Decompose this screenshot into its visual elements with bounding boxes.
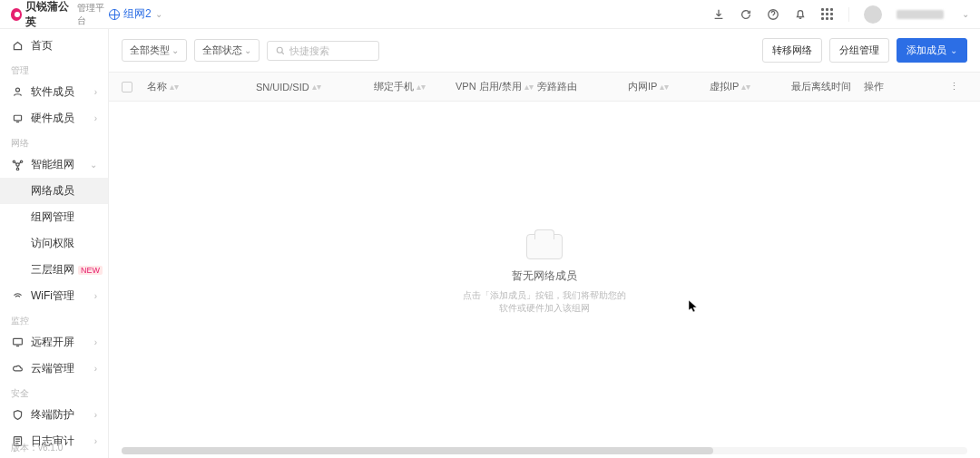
brand-sub: 管理平台 (77, 2, 109, 27)
col-settings[interactable]: ⋮ (949, 81, 967, 93)
filter-status-select[interactable]: 全部状态 ⌄ (194, 39, 260, 62)
col-op: 操作 (864, 80, 949, 93)
network-selector[interactable]: 组网2 ⌄ (109, 6, 162, 22)
empty-icon (526, 234, 563, 259)
wifi-icon (11, 290, 24, 303)
search-input[interactable] (289, 45, 371, 56)
main: 全部类型 ⌄ 全部状态 ⌄ 转移网络 分组管理 添加成员 ⌄ 名称▴▾ SN/U… (109, 29, 980, 458)
svg-point-11 (277, 47, 282, 53)
sidebar-label: 软件成员 (31, 84, 74, 100)
chevron-down-icon: ⌄ (90, 160, 97, 170)
sidebar-item-hardware-member[interactable]: 硬件成员 › (0, 105, 108, 132)
shield-icon (11, 409, 24, 422)
empty-title: 暂无网络成员 (512, 268, 577, 284)
col-bypass: 旁路路由 (537, 80, 628, 93)
sort-icon: ▴▾ (170, 83, 179, 91)
empty-state: 暂无网络成员 点击「添加成员」按钮，我们将帮助您的 软件或硬件加入该组网 (109, 102, 980, 447)
device-icon (11, 112, 24, 125)
svg-rect-2 (14, 115, 21, 121)
topbar-actions: ⌄ (712, 5, 969, 24)
avatar[interactable] (864, 5, 882, 24)
chevron-right-icon: › (94, 410, 97, 420)
chevron-down-icon: ⌄ (244, 45, 251, 55)
search-box[interactable] (267, 41, 379, 61)
refresh-icon[interactable] (740, 8, 752, 21)
add-member-button[interactable]: 添加成员 ⌄ (897, 38, 967, 63)
topbar: 贝锐蒲公英 管理平台 组网2 ⌄ ⌄ (0, 0, 980, 29)
sidebar-label: 首页 (31, 38, 53, 54)
sidebar-item-endpoint[interactable]: 终端防护 › (0, 402, 108, 428)
screen-icon (11, 336, 24, 349)
col-sn[interactable]: SN/UID/SID▴▾ (256, 82, 374, 93)
sidebar-item-remote[interactable]: 远程开屏 › (0, 329, 108, 356)
download-icon[interactable] (712, 8, 725, 21)
col-name[interactable]: 名称▴▾ (147, 80, 256, 93)
brand-logo-icon (11, 8, 22, 21)
sidebar-label: 硬件成员 (31, 111, 74, 126)
sidebar-sub-net-member[interactable]: 网络成员 (0, 178, 108, 204)
sidebar-label: 智能组网 (31, 157, 74, 172)
sidebar-label: 远程开屏 (31, 335, 74, 350)
bell-icon[interactable] (794, 8, 807, 21)
chevron-right-icon: › (94, 436, 97, 446)
col-vpn[interactable]: VPN 启用/禁用▴▾ (456, 80, 537, 93)
search-icon (275, 45, 286, 56)
col-checkbox[interactable] (122, 82, 147, 93)
user-label[interactable] (897, 10, 944, 19)
toolbar: 全部类型 ⌄ 全部状态 ⌄ 转移网络 分组管理 添加成员 ⌄ (109, 29, 980, 72)
sidebar-label: 终端防护 (31, 407, 74, 423)
col-time: 最后离线时间 (791, 80, 864, 93)
sidebar-item-smart-net[interactable]: 智能组网 ⌄ (0, 151, 108, 178)
apps-grid-icon[interactable] (821, 8, 834, 21)
chevron-down-icon: ⌄ (950, 45, 957, 55)
sort-icon: ▴▾ (660, 83, 669, 91)
divider (848, 7, 849, 22)
group-manage-button[interactable]: 分组管理 (829, 38, 889, 63)
sidebar-label: 云端管理 (31, 361, 74, 376)
globe-icon (109, 9, 120, 20)
help-icon[interactable] (767, 8, 779, 21)
sort-icon: ▴▾ (524, 83, 534, 91)
sidebar-item-wifi[interactable]: WiFi管理 › (0, 283, 108, 309)
chevron-right-icon: › (94, 364, 97, 374)
sort-icon: ▴▾ (416, 83, 426, 91)
svg-rect-7 (13, 338, 22, 345)
sidebar-label: WiFi管理 (31, 288, 74, 304)
chevron-down-icon: ⌄ (155, 9, 162, 19)
chevron-right-icon: › (94, 87, 97, 97)
home-icon (11, 40, 24, 53)
migrate-button[interactable]: 转移网络 (762, 38, 822, 63)
sidebar-sub-level3[interactable]: 三层组网 NEW (0, 257, 108, 283)
brand-name: 贝锐蒲公英 (25, 0, 74, 30)
sidebar-item-home[interactable]: 首页 (0, 33, 108, 59)
network-icon (11, 159, 24, 171)
sort-icon: ▴▾ (312, 83, 321, 91)
table-header: 名称▴▾ SN/UID/SID▴▾ 绑定手机▴▾ VPN 启用/禁用▴▾ 旁路路… (109, 72, 980, 102)
sidebar-group: 系统 (0, 454, 108, 458)
sidebar-group: 网络 (0, 132, 108, 151)
sidebar-sub-access[interactable]: 访问权限 (0, 230, 108, 257)
svg-point-6 (16, 168, 18, 170)
checkbox-icon[interactable] (122, 82, 132, 93)
filter-type-select[interactable]: 全部类型 ⌄ (122, 39, 187, 62)
chevron-right-icon: › (94, 291, 97, 301)
brand: 贝锐蒲公英 管理平台 (11, 0, 109, 30)
horizontal-scrollbar[interactable] (122, 447, 967, 454)
sidebar-group: 安全 (0, 382, 108, 402)
new-badge: NEW (78, 266, 103, 275)
sort-icon: ▴▾ (741, 83, 750, 91)
sidebar-item-cloud[interactable]: 云端管理 › (0, 356, 108, 382)
chevron-down-icon: ⌄ (962, 9, 969, 19)
sidebar-item-software-member[interactable]: 软件成员 › (0, 79, 108, 105)
sidebar-group: 监控 (0, 309, 108, 329)
user-icon (11, 86, 24, 99)
col-virtual[interactable]: 虚拟IP▴▾ (710, 80, 791, 93)
network-selector-label: 组网2 (123, 6, 152, 22)
sidebar-group: 管理 (0, 59, 108, 79)
sidebar: 首页 管理 软件成员 › 硬件成员 › 网络 智能组网 ⌄ 网络成员 组网管理 … (0, 29, 109, 458)
col-phone[interactable]: 绑定手机▴▾ (374, 80, 456, 93)
cloud-icon (11, 363, 24, 375)
col-innet[interactable]: 内网IP▴▾ (628, 80, 710, 93)
empty-subtitle: 点击「添加成员」按钮，我们将帮助您的 软件或硬件加入该组网 (463, 289, 626, 315)
sidebar-sub-net-mgmt[interactable]: 组网管理 (0, 204, 108, 230)
